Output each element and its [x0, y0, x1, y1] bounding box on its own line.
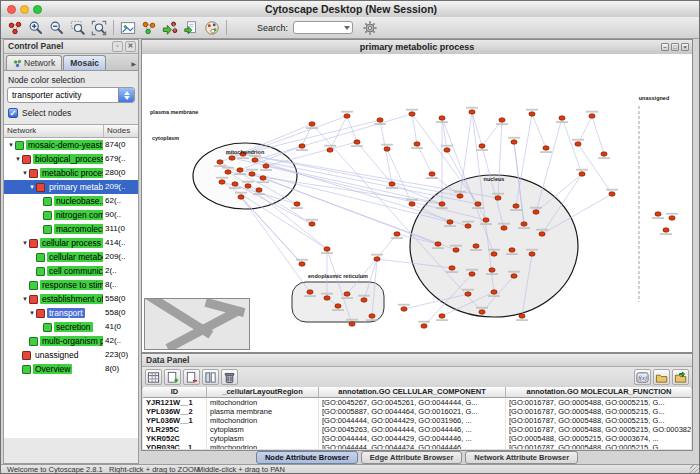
tree-row[interactable]: ▼primary metab...209(..	[4, 180, 138, 194]
tab-network-attribute-browser[interactable]: Network Attribute Browser	[465, 451, 578, 464]
tab-mosaic[interactable]: Mosaic	[63, 55, 106, 70]
tab-scroll-right-icon[interactable]	[131, 60, 136, 67]
table-row[interactable]: YPL036W__2plasma membrane[GO:0005887, GO…	[143, 407, 691, 416]
table-row[interactable]: YPL036W__1mitochondrion[GO:0044444, GO:0…	[143, 416, 691, 425]
tree-row[interactable]: secretion41(0	[4, 320, 138, 334]
tree-column-nodes[interactable]: Nodes	[104, 125, 138, 137]
network-view-icon	[36, 267, 45, 276]
zoom-fit-icon[interactable]	[89, 18, 109, 38]
delete-attribute-icon[interactable]	[183, 369, 200, 385]
table-cell: plasma membrane	[207, 407, 319, 416]
tree-column-network[interactable]: Network	[4, 125, 104, 137]
tree-label: biological_process	[33, 154, 107, 164]
table-cell: YDR039C__1	[143, 443, 207, 449]
close-window-icon[interactable]	[7, 5, 16, 14]
expand-toggle-icon[interactable]: ▼	[21, 296, 29, 302]
column-header[interactable]: _cellularLayoutRegion	[207, 387, 319, 398]
control-panel-header: Control Panel ▫ ✕	[4, 40, 138, 54]
minimize-window-icon[interactable]	[20, 5, 29, 14]
import-network-icon[interactable]	[160, 18, 180, 38]
preferences-icon[interactable]	[360, 18, 380, 38]
tree-row[interactable]: ▼metabolic process280(0	[4, 166, 138, 180]
tree-node-count: 280(0	[103, 166, 138, 180]
network-overview-icon[interactable]	[5, 18, 25, 38]
tree-node-count: 8(..	[103, 278, 138, 292]
expand-toggle-icon[interactable]: ▼	[21, 170, 29, 176]
network-frame-titlebar[interactable]: primary metabolic process	[142, 40, 692, 55]
column-header[interactable]: annotation.GO MOLECULAR_FUNCTION	[506, 387, 691, 398]
table-cell: [GO:0016787, GO:0005488, GO:0005215, GO:…	[506, 425, 691, 434]
tree-row[interactable]: Overview8(0)	[4, 362, 138, 376]
zoom-selected-icon[interactable]	[68, 18, 88, 38]
status-pan-hint: Middle-click + drag to PAN	[197, 465, 285, 474]
tree-row[interactable]: nucleobase...62(..	[4, 194, 138, 208]
network-tree: ▼mosaic-demo-yeast874(0▼biological_proce…	[4, 138, 138, 438]
tab-network[interactable]: Network	[6, 55, 62, 70]
vizmapper-icon[interactable]	[202, 18, 222, 38]
color-attribute-select[interactable]: transporter activity	[7, 87, 135, 103]
tree-row[interactable]: nitrogen compo...90(..	[4, 208, 138, 222]
tree-row[interactable]: ▼mosaic-demo-yeast874(0	[4, 138, 138, 152]
background-network-frame[interactable]	[144, 298, 250, 350]
zoom-in-icon[interactable]	[26, 18, 46, 38]
table-row[interactable]: YJR121W__1mitochondrion[GO:0045267, GO:0…	[143, 398, 691, 407]
combo-dropdown-icon[interactable]	[118, 88, 134, 102]
attribute-browser-tabs: Node Attribute BrowserEdge Attribute Bro…	[141, 451, 693, 464]
formula-builder-icon[interactable]: f(x)	[634, 369, 651, 385]
column-header[interactable]: ID	[143, 387, 207, 398]
tree-row[interactable]: ▼biological_process679(..	[4, 152, 138, 166]
tree-row[interactable]: macromolecule...311(0	[4, 222, 138, 236]
search-dropdown-icon[interactable]	[344, 26, 350, 30]
mosaic-options: Node color selection transporter activit…	[4, 71, 138, 118]
zoom-window-icon[interactable]	[33, 5, 42, 14]
tree-column-headers[interactable]: Network Nodes	[4, 124, 138, 138]
column-layout-icon[interactable]	[202, 369, 219, 385]
graphics-details-icon[interactable]	[118, 18, 138, 38]
select-attributes-icon[interactable]	[145, 369, 162, 385]
attribute-table-header[interactable]: ID_cellularLayoutRegionannotation.GO CEL…	[143, 387, 691, 398]
tree-row[interactable]: cellular metabo...209(..	[4, 250, 138, 264]
tab-node-attribute-browser[interactable]: Node Attribute Browser	[256, 451, 358, 464]
title-bar[interactable]: Cytoscape Desktop (New Session)	[1, 1, 700, 18]
select-nodes-checkbox[interactable]	[8, 108, 18, 118]
table-cell: [GO:0016787, GO:0005488, GO:0005215, G..…	[506, 398, 691, 407]
table-row[interactable]: YDR039C__1mitochondrion[GO:0044444, GO:0…	[143, 443, 691, 449]
network-canvas[interactable]: plasma membranecytoplasmmitochondrionnuc…	[142, 54, 692, 352]
tree-row[interactable]: ▼transport558(0	[4, 306, 138, 320]
tree-row[interactable]: unassigned223(0)	[4, 348, 138, 362]
delete-row-icon[interactable]	[221, 369, 238, 385]
expand-toggle-icon[interactable]: ▼	[28, 184, 36, 190]
search-input[interactable]	[293, 21, 353, 34]
tree-row[interactable]: ▼establishment of lo558(0	[4, 292, 138, 306]
expand-toggle-icon[interactable]: ▼	[7, 142, 15, 148]
table-cell: [GO:0005488, GO:0005215, GO:0003674, ...	[506, 434, 691, 443]
tree-row[interactable]: ▼cellular process414(..	[4, 236, 138, 250]
zoom-out-icon[interactable]	[47, 18, 67, 38]
tree-row[interactable]: response to stimul8(..	[4, 278, 138, 292]
color-attribute-value: transporter activity	[12, 90, 81, 100]
data-panel: Data Panel f(x) ID_cellularLayoutRegiona…	[141, 353, 693, 451]
import-table-icon[interactable]	[181, 18, 201, 38]
frame-maximize-icon[interactable]	[671, 43, 679, 51]
resize-grip[interactable]	[690, 465, 700, 474]
table-row[interactable]: YLR295Ccytoplasm[GO:0045263, GO:0044444,…	[143, 425, 691, 434]
tree-label: transport	[47, 308, 85, 318]
new-attribute-icon[interactable]	[164, 369, 181, 385]
float-panel-icon[interactable]: ▫	[112, 41, 123, 52]
expand-toggle-icon[interactable]: ▼	[21, 240, 29, 246]
table-row[interactable]: YKR052Ccytoplasm[GO:0044444, GO:0044429,…	[143, 434, 691, 443]
tree-row[interactable]: cell communica...2(..	[4, 264, 138, 278]
frame-close-icon[interactable]	[681, 43, 689, 51]
column-header[interactable]: annotation.GO CELLULAR_COMPONENT	[319, 387, 506, 398]
first-neighbors-icon[interactable]	[139, 18, 159, 38]
table-cell: mitochondrion	[207, 443, 319, 449]
import-attributes-icon[interactable]	[653, 369, 670, 385]
close-panel-icon[interactable]: ✕	[125, 41, 136, 52]
tab-edge-attribute-browser[interactable]: Edge Attribute Browser	[361, 451, 462, 464]
load-attributes-icon[interactable]	[672, 369, 689, 385]
tree-row[interactable]: multi-organism pro42(..	[4, 334, 138, 348]
expand-toggle-icon[interactable]: ▼	[14, 156, 22, 162]
expand-toggle-icon[interactable]: ▼	[28, 310, 36, 316]
frame-minimize-icon[interactable]	[661, 43, 669, 51]
attribute-table[interactable]: ID_cellularLayoutRegionannotation.GO CEL…	[143, 387, 691, 449]
